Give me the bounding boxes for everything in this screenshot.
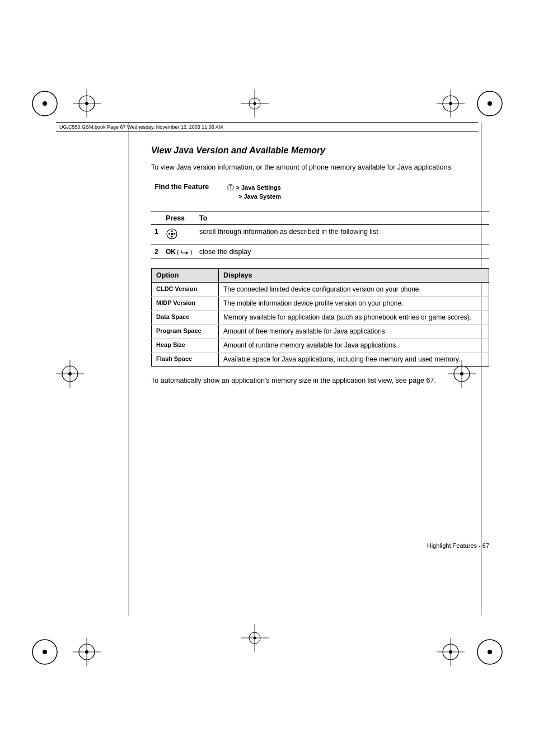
to-col-header: To	[196, 212, 489, 224]
press-col-header: Press	[162, 212, 196, 224]
footer: Highlight Features - 67	[151, 542, 489, 549]
svg-point-27	[254, 637, 256, 640]
svg-point-2	[79, 96, 95, 111]
table-row: 2 OK ( ) close the display	[151, 245, 489, 259]
option-cell: Data Space	[152, 311, 219, 325]
display-cell: The connected limited device configurati…	[219, 283, 489, 297]
table-row: CLDC Version The connected limited devic…	[152, 283, 489, 297]
table-row: MIDP Version The mobile information devi…	[152, 297, 489, 311]
header-text: UG.C550.GSM.book Page 67 Wednesday, Nove…	[59, 124, 223, 130]
step-action-1: scroll through information as described …	[196, 224, 489, 245]
step-icon-2: OK ( )	[162, 245, 196, 259]
display-cell: The mobile information device profile ve…	[219, 297, 489, 311]
displays-col-header: Displays	[219, 269, 489, 283]
display-cell: Available space for Java applications, i…	[219, 353, 489, 367]
find-feature-value: Ⓣ > Java Settings > Java System	[224, 181, 489, 203]
info-table: Option Displays CLDC Version The connect…	[151, 268, 489, 367]
svg-point-23	[488, 650, 492, 654]
svg-point-47	[171, 233, 173, 235]
svg-point-19	[488, 101, 492, 106]
svg-marker-43	[171, 230, 173, 232]
ok-key-icon: OK ( )	[166, 248, 192, 256]
svg-point-6	[443, 96, 458, 111]
display-cell: Memory available for application data (s…	[219, 311, 489, 325]
step-icon-1	[162, 224, 196, 245]
table-row: Data Space Memory available for applicat…	[152, 311, 489, 325]
svg-point-11	[85, 650, 88, 654]
svg-point-20	[32, 640, 57, 664]
svg-point-22	[477, 640, 502, 664]
svg-point-7	[449, 102, 452, 105]
svg-point-21	[43, 650, 47, 654]
step-num-1: 1	[151, 224, 162, 245]
press-table: Press To 1	[151, 212, 489, 260]
svg-point-26	[249, 632, 260, 644]
svg-marker-46	[174, 233, 176, 235]
main-content: View Java Version and Available Memory T…	[151, 145, 489, 386]
option-cell: Program Space	[152, 325, 219, 339]
option-cell: Flash Space	[152, 353, 219, 367]
page: UG.C550.GSM.book Page 67 Wednesday, Nove…	[0, 0, 534, 756]
svg-marker-45	[168, 233, 170, 235]
svg-point-14	[443, 644, 458, 660]
table-row: Heap Size Amount of runtime memory avail…	[152, 339, 489, 353]
svg-point-10	[79, 644, 95, 660]
find-feature-label: Find the Feature	[151, 181, 224, 203]
svg-point-34	[62, 366, 78, 382]
display-cell: Amount of runtime memory available for J…	[219, 339, 489, 353]
svg-point-31	[254, 102, 256, 105]
svg-point-35	[68, 372, 72, 375]
option-col-header: Option	[152, 269, 219, 283]
option-cell: Heap Size	[152, 339, 219, 353]
outro-text: To automatically show an application's m…	[151, 375, 489, 386]
svg-point-18	[477, 91, 502, 116]
svg-point-30	[249, 98, 260, 109]
svg-point-15	[449, 650, 452, 654]
section-title: View Java Version and Available Memory	[151, 145, 489, 156]
table-row: 1 scroll through information as describ	[151, 224, 489, 245]
svg-point-17	[43, 101, 47, 106]
table-row: Flash Space Available space for Java app…	[152, 353, 489, 367]
header-bar: UG.C550.GSM.book Page 67 Wednesday, Nove…	[56, 122, 478, 132]
display-cell: Amount of free memory available for Java…	[219, 325, 489, 339]
menu-item-2: > Java System	[238, 193, 281, 200]
footer-text: Highlight Features - 67	[427, 542, 489, 549]
table-row: Program Space Amount of free memory avai…	[152, 325, 489, 339]
option-cell: MIDP Version	[152, 297, 219, 311]
option-cell: CLDC Version	[152, 283, 219, 297]
svg-marker-48	[186, 251, 188, 255]
press-col-empty	[151, 212, 162, 224]
svg-marker-44	[171, 236, 173, 238]
svg-point-3	[85, 102, 88, 105]
step-action-2: close the display	[196, 245, 489, 259]
intro-text: To view Java version information, or the…	[151, 162, 489, 173]
menu-item-1: > Java Settings	[236, 184, 280, 191]
svg-point-16	[32, 91, 57, 116]
step-num-2: 2	[151, 245, 162, 259]
find-feature-table: Find the Feature Ⓣ > Java Settings > Jav…	[151, 181, 489, 203]
